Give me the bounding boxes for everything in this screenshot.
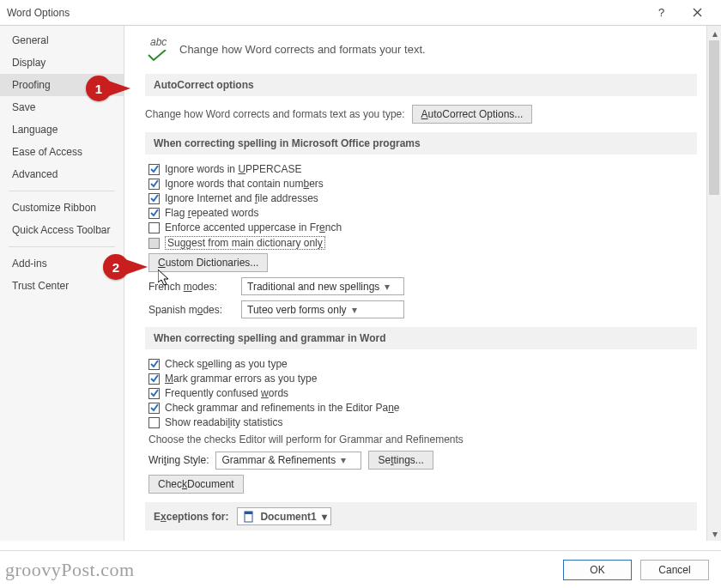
titlebar: Word Options ? [0,0,721,26]
sidebar-item-general[interactable]: General [0,29,124,52]
scroll-up-arrow-icon[interactable]: ▴ [707,26,721,40]
office-check-checkbox-5[interactable] [148,238,160,249]
word-check-label-2: Frequently confused words [165,387,288,399]
word-check-row-0: Check spelling as you type [148,358,697,370]
office-check-checkbox-2[interactable] [148,193,160,204]
content-pane: abc Change how Word corrects and formats… [124,26,721,541]
exceptions-document-dropdown[interactable]: Document1 ▾ [237,507,330,525]
word-check-label-0: Check spelling as you type [165,358,288,370]
sidebar-item-ease-of-access[interactable]: Ease of Access [0,141,124,163]
scroll-thumb[interactable] [709,40,719,195]
document-icon [243,511,255,523]
section-spelling-office-heading: When correcting spelling in Microsoft Of… [145,132,697,155]
office-check-label-0: Ignore words in UPPERCASE [165,163,301,175]
sidebar-item-language[interactable]: Language [0,118,124,141]
custom-dictionaries-button[interactable]: Custom Dictionaries...Custom Dictionarie… [148,253,268,272]
office-check-checkbox-1[interactable] [148,179,160,190]
office-check-row-5: Suggest from main dictionary only [148,236,697,250]
section-spelling-word-heading: When correcting spelling and grammar in … [145,327,697,349]
office-check-label-1: Ignore words that contain numbers [165,178,324,190]
section-autocorrect-heading: AutoCorrect options [145,74,697,96]
choose-checks-caption: Choose the checks Editor will perform fo… [148,433,697,446]
chevron-down-icon: ▾ [385,281,390,293]
page-title: Change how Word corrects and formats you… [179,43,426,56]
writing-style-label: Writing Style: [148,454,209,466]
office-check-row-4: Enforce accented uppercase in French [148,221,697,233]
sidebar-item-advanced[interactable]: Advanced [0,163,124,185]
svg-text:?: ? [658,7,664,19]
office-check-row-1: Ignore words that contain numbers [148,178,697,190]
word-check-checkbox-1[interactable] [148,373,160,385]
ok-button[interactable]: OK [563,560,632,580]
office-check-label-3: Flag repeated words [165,207,258,219]
autocorrect-caption: Change how Word corrects and formats tex… [145,108,405,120]
sidebar-item-add-ins[interactable]: Add-ins [0,252,124,275]
sidebar-item-quick-access-toolbar[interactable]: Quick Access Toolbar [0,219,124,241]
french-modes-dropdown[interactable]: Traditional and new spellings ▾ [241,277,404,295]
autocorrect-options-button[interactable]: AAutoCorrect Options...utoCorrect Option… [412,105,533,124]
chevron-down-icon: ▾ [341,454,346,466]
word-check-checkbox-2[interactable] [148,388,160,399]
sidebar-item-display[interactable]: Display [0,52,124,74]
sidebar-item-save[interactable]: Save [0,96,124,118]
proofing-abc-icon: abc [145,36,171,62]
sidebar-item-customize-ribbon[interactable]: Customize Ribbon [0,197,124,219]
chevron-down-icon: ▾ [352,304,357,316]
office-check-label-5: Suggest from main dictionary only [165,236,325,250]
french-modes-label: French modes: [148,281,234,293]
office-check-checkbox-3[interactable] [148,208,160,219]
word-check-checkbox-0[interactable] [148,359,160,370]
chevron-down-icon: ▾ [322,511,327,523]
word-check-row-2: Frequently confused words [148,387,697,399]
spanish-modes-dropdown[interactable]: Tuteo verb forms only ▾ [241,300,404,318]
word-check-row-3: Check grammar and refinements in the Edi… [148,402,697,414]
word-check-row-4: Show readability statistics [148,416,697,428]
word-check-label-1: Mark grammar errors as you type [165,373,317,385]
scrollbar[interactable]: ▴ ▾ [706,26,721,541]
sidebar-item-proofing[interactable]: Proofing [0,74,124,96]
svg-rect-4 [245,512,252,514]
spanish-modes-label: Spanish modes: [148,304,234,316]
word-check-checkbox-4[interactable] [148,417,160,428]
dialog-footer: OK Cancel [0,550,721,588]
office-check-checkbox-0[interactable] [148,164,160,175]
check-document-button[interactable]: Check Document [148,475,244,494]
sidebar: General Display Proofing Save Language E… [0,26,124,541]
sidebar-item-trust-center[interactable]: Trust Center [0,275,124,297]
word-check-row-1: Mark grammar errors as you type [148,373,697,385]
word-check-label-4: Show readability statistics [165,416,282,428]
section-exceptions-heading: Exceptions for: Document1 ▾ [145,502,697,530]
office-check-row-0: Ignore words in UPPERCASE [148,163,697,175]
office-check-label-4: Enforce accented uppercase in French [165,221,342,233]
writing-style-settings-button[interactable]: Settings... [368,451,433,470]
scroll-down-arrow-icon[interactable]: ▾ [707,526,721,541]
word-check-label-3: Check grammar and refinements in the Edi… [165,402,400,414]
writing-style-dropdown[interactable]: Grammar & Refinements ▾ [215,452,361,470]
office-check-label-2: Ignore Internet and file addresses [165,192,318,204]
cancel-button[interactable]: Cancel [640,560,709,580]
help-button[interactable]: ? [645,0,680,26]
window-title: Word Options [7,7,70,19]
office-check-row-2: Ignore Internet and file addresses [148,192,697,204]
page-header: abc Change how Word corrects and formats… [145,36,697,62]
close-button[interactable] [680,0,714,26]
office-check-checkbox-4[interactable] [148,222,160,233]
office-check-row-3: Flag repeated words [148,207,697,219]
word-check-checkbox-3[interactable] [148,403,160,414]
